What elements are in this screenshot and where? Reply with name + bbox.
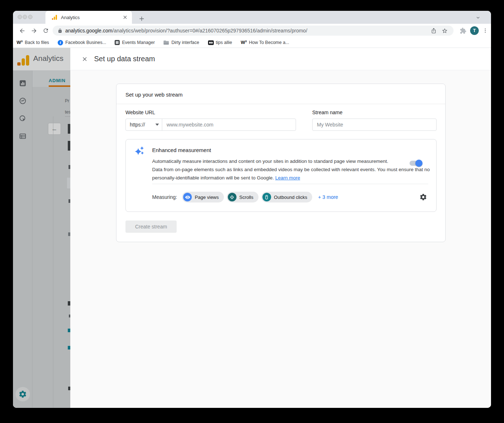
dialog-header: Set up data stream — [70, 48, 491, 70]
bookmarks-bar: W3 Back to files f Facebook Busines... E… — [13, 37, 491, 48]
avatar[interactable]: T — [470, 26, 479, 35]
scroll-icon — [228, 193, 236, 201]
browser-menu-icon[interactable] — [482, 28, 488, 34]
desc-line-1: Automatically measure interactions and c… — [152, 157, 430, 165]
url-path: /analytics/web/provision/?authuser=0#/a2… — [112, 28, 308, 34]
bookmark-label: Facebook Busines... — [65, 40, 106, 45]
divider — [152, 184, 428, 184]
website-url-label: Website URL — [125, 110, 155, 115]
bookmark-facebook-business[interactable]: f Facebook Busines... — [58, 40, 106, 45]
toolbar-right-icons: T — [460, 26, 488, 36]
browser-toolbar: analytics.google.com/analytics/web/provi… — [13, 24, 491, 37]
chevron-down-icon — [155, 124, 159, 126]
mouse-icon — [262, 193, 271, 201]
lock-icon — [58, 28, 62, 33]
setup-data-stream-dialog: Set up data stream Set up your web strea… — [70, 48, 491, 408]
protocol-value: https:// — [130, 122, 145, 128]
tab-title: Analytics — [61, 15, 122, 20]
chip-outbound-clicks[interactable]: Outbound clicks — [261, 192, 313, 202]
zoom-window-button[interactable] — [28, 15, 32, 19]
stream-name-wrap — [312, 119, 437, 131]
browser-window: Analytics analytics.google.com/analytics… — [13, 11, 491, 408]
bookmark-label: Dirty interface — [171, 40, 199, 45]
measuring-label: Measuring: — [152, 194, 177, 200]
create-stream-button[interactable]: Create stream — [125, 221, 177, 233]
chip-scrolls[interactable]: Scrolls — [227, 192, 258, 202]
chip-page-views[interactable]: Page views — [182, 192, 224, 202]
gear-icon[interactable] — [419, 193, 428, 201]
chip-label: Page views — [195, 195, 218, 200]
w3-icon: W3 — [241, 40, 247, 45]
bookmark-dirty-interface[interactable]: Dirty interface — [163, 40, 199, 45]
reload-icon[interactable] — [41, 26, 50, 35]
enhanced-measurement-box: Enhanced measurement Automatically measu… — [125, 139, 437, 212]
page-content: Analytics ADMIN — [13, 48, 491, 408]
chip-label: Scrolls — [239, 195, 253, 200]
analytics-favicon — [52, 15, 57, 20]
url-bar[interactable]: analytics.google.com/analytics/web/provi… — [53, 26, 454, 36]
tab-strip: Analytics — [13, 11, 491, 24]
tab-search-chevron-icon[interactable] — [474, 14, 482, 21]
back-icon[interactable] — [17, 26, 27, 35]
desc-line-2: Data from on-page elements such as links… — [152, 165, 430, 174]
tab-analytics[interactable]: Analytics — [45, 11, 132, 24]
url-domain: analytics.google.com — [65, 28, 112, 34]
minimize-window-button[interactable] — [23, 15, 27, 19]
bookmark-tips-allie[interactable]: tips allie — [208, 40, 232, 45]
bookmark-label: How To Become a... — [249, 40, 289, 45]
web-stream-card: Set up your web stream Website URL Strea… — [116, 84, 446, 242]
close-icon[interactable] — [80, 55, 89, 63]
share-icon[interactable] — [430, 27, 438, 35]
facebook-icon: f — [58, 40, 63, 45]
more-measurements-link[interactable]: + 3 more — [318, 194, 338, 200]
close-window-button[interactable] — [18, 15, 22, 19]
bookmark-label: Events Manager — [122, 40, 155, 45]
learn-more-link[interactable]: Learn more — [275, 175, 300, 181]
bookmark-events-manager[interactable]: Events Manager — [115, 40, 155, 45]
bookmark-how-to-become[interactable]: W3 How To Become a... — [241, 40, 289, 45]
divider — [116, 104, 445, 104]
bookmark-back-to-files[interactable]: W3 Back to files — [17, 40, 49, 45]
new-tab-button[interactable] — [137, 14, 146, 23]
card-title: Set up your web stream — [125, 92, 182, 98]
sparkle-icon — [134, 146, 144, 155]
website-url-group: https:// — [125, 119, 296, 131]
folder-icon — [163, 40, 169, 45]
eye-icon — [183, 193, 192, 201]
w3-icon: W3 — [17, 40, 23, 45]
enhanced-measurement-title: Enhanced measurement — [152, 147, 211, 153]
stream-name-label: Stream name — [312, 110, 342, 115]
protocol-select[interactable]: https:// — [126, 119, 162, 130]
enhanced-measurement-description: Automatically measure interactions and c… — [152, 157, 430, 182]
stream-name-input[interactable] — [313, 119, 436, 130]
desc-line-3: personally-identifiable information will… — [152, 174, 430, 182]
website-url-input[interactable] — [162, 119, 296, 130]
extensions-puzzle-icon[interactable] — [460, 27, 467, 34]
bookmark-star-icon[interactable] — [441, 27, 448, 35]
chip-label: Outbound clicks — [274, 195, 308, 200]
measuring-row: Measuring: Page views Scrolls — [152, 191, 428, 203]
forward-icon[interactable] — [29, 26, 39, 35]
dialog-title: Set up data stream — [94, 55, 155, 63]
bookmark-label: Back to files — [25, 40, 49, 45]
events-manager-icon — [115, 40, 120, 45]
bookmark-label: tips allie — [216, 40, 232, 45]
url-text: analytics.google.com/analytics/web/provi… — [65, 28, 427, 34]
video-icon — [208, 40, 214, 45]
tab-close-icon[interactable] — [122, 14, 128, 21]
desc-line-3-text: personally-identifiable information will… — [152, 175, 274, 181]
